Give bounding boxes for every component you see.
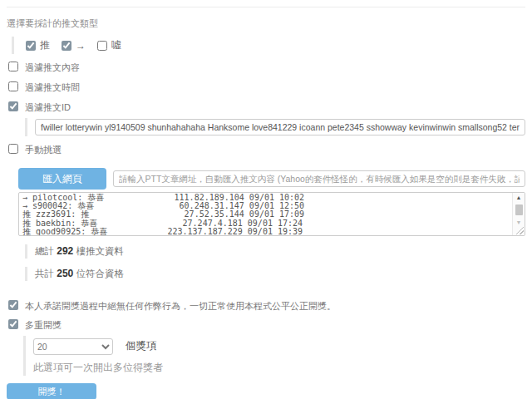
filter-time-checkbox[interactable] — [8, 81, 18, 91]
type-push: 推 — [26, 38, 50, 52]
total-count: 292 — [57, 245, 73, 257]
id-list-input[interactable] — [35, 119, 525, 135]
multi-draw-checkbox[interactable] — [8, 319, 18, 329]
top-divider — [7, 7, 525, 7]
filter-content-checkbox[interactable] — [8, 62, 18, 71]
scroll-up-icon[interactable]: ▲ — [513, 193, 525, 202]
arrow-label: → — [76, 40, 86, 52]
type-arrow: → — [62, 40, 86, 52]
scroll-down-icon[interactable]: ▼ — [513, 218, 525, 227]
boo-label: 噓 — [111, 38, 121, 52]
filter-time-row: 過濾推文時間 — [8, 81, 525, 94]
resize-grip-icon[interactable] — [516, 227, 524, 234]
push-label: 推 — [40, 38, 50, 52]
filter-time-label: 過濾推文時間 — [25, 82, 80, 92]
type-boo: 噓 — [97, 38, 121, 52]
multi-draw-row: 多重開獎 — [8, 319, 525, 332]
import-row: 匯入網頁 — [18, 168, 525, 190]
filter-content-row: 過濾推文內容 — [8, 62, 525, 74]
filter-content-label: 過濾推文內容 — [25, 62, 80, 72]
filter-id-label: 過濾推文ID — [25, 102, 71, 112]
ptt-url-input[interactable] — [113, 170, 525, 187]
qualified-suffix: 位符合資格 — [73, 268, 124, 278]
prize-suffix-label: 個獎項 — [126, 340, 157, 352]
prize-count-select[interactable]: 20 — [33, 338, 113, 355]
push-checkbox[interactable] — [26, 41, 36, 51]
fairness-promise-row: 本人承諾開獎過程中絕無任何作弊行為，一切正常使用本程式公平公正開獎。 — [8, 300, 525, 313]
lottery-tool-page: 選擇要採計的推文類型 推 → 噓 過濾推文內容 過濾推文時間 過濾推文ID 手動… — [0, 7, 532, 399]
import-webpage-button[interactable]: 匯入網頁 — [18, 168, 106, 190]
manual-pick-row: 手動挑選 — [8, 144, 525, 156]
prize-count-block: 20 個獎項 此選項可一次開出多位得獎者 — [23, 336, 525, 376]
arrow-checkbox[interactable] — [62, 41, 71, 51]
multi-draw-label: 多重開獎 — [25, 320, 62, 330]
total-prefix: 總計 — [35, 246, 57, 256]
prize-hint-text: 此選項可一次開出多位得獎者 — [33, 361, 525, 375]
qualified-count: 250 — [57, 268, 73, 279]
qualified-stat: 共計 250 位符合資格 — [25, 267, 525, 281]
scrollbar-thumb[interactable] — [515, 204, 523, 215]
id-filter-block — [25, 118, 525, 136]
comments-textarea[interactable]: → pilotcool: 恭喜 111.82.189.104 09/01 10:… — [18, 192, 525, 236]
total-comments-stat: 總計 292 樓推文資料 — [25, 244, 525, 259]
comment-type-row: 推 → 噓 — [12, 37, 525, 54]
qualified-prefix: 共計 — [35, 268, 57, 278]
boo-checkbox[interactable] — [97, 41, 107, 51]
manual-pick-checkbox[interactable] — [8, 144, 18, 154]
total-suffix: 樓推文資料 — [73, 246, 124, 256]
filter-id-row: 過濾推文ID — [8, 101, 525, 114]
fairness-promise-checkbox[interactable] — [8, 300, 18, 310]
comment-type-title: 選擇要採計的推文類型 — [7, 17, 525, 30]
fairness-promise-label: 本人承諾開獎過程中絕無任何作弊行為，一切正常使用本程式公平公正開獎。 — [25, 301, 336, 311]
manual-pick-label: 手動挑選 — [25, 145, 62, 155]
filter-id-checkbox[interactable] — [8, 101, 18, 111]
comments-text: → pilotcool: 恭喜 111.82.189.104 09/01 10:… — [19, 193, 525, 235]
draw-button[interactable]: 開獎！ — [7, 383, 96, 399]
